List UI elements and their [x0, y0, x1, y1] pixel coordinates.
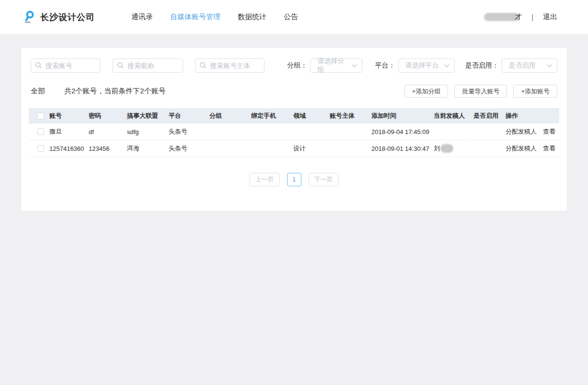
row-checkbox[interactable]	[37, 128, 44, 135]
toolbar-buttons: +添加分组 批量导入账号 +添加账号	[404, 85, 557, 98]
cell-account: 1257416360	[49, 145, 89, 152]
table-row: 撒旦 df sdfg 头条号 2018-09-04 17:45:09 分配发稿人…	[29, 124, 559, 140]
publisher-visible-char: 刘	[434, 144, 440, 153]
cell-account: 撒旦	[49, 127, 89, 136]
add-account-button[interactable]: +添加账号	[513, 85, 557, 98]
group-select[interactable]: 请选择分组	[310, 58, 362, 73]
accounts-table: 账号 密码 搞事大联盟 平台 分组 绑定手机 领域 账号主体 添加时间 当前发稿…	[29, 108, 559, 157]
col-header-enabled: 是否启用	[473, 112, 506, 120]
nav-item-statistics[interactable]: 数据统计	[238, 12, 266, 22]
next-page-button[interactable]: 下一页	[309, 173, 339, 186]
username-visible-char: 才	[515, 12, 522, 22]
company-logo-icon	[23, 10, 35, 24]
cell-name: 洱海	[127, 144, 169, 153]
search-icon	[199, 62, 207, 69]
col-header-password: 密码	[89, 112, 127, 120]
batch-import-button[interactable]: 批量导入账号	[454, 85, 507, 98]
platform-select-value: 请选择平台	[405, 61, 439, 70]
enabled-select[interactable]: 是否启用	[502, 58, 557, 73]
chevron-down-icon	[444, 64, 450, 68]
col-header-added-time: 添加时间	[371, 112, 434, 120]
assign-publisher-link[interactable]: 分配发稿人	[506, 127, 537, 136]
cell-field: 设计	[293, 144, 330, 153]
logout-button[interactable]: 退出	[543, 12, 557, 22]
nav-item-announcement[interactable]: 公告	[284, 12, 298, 22]
col-header-publisher: 当前发稿人	[434, 112, 473, 120]
account-count-summary: 共2个账号，当前条件下2个账号	[64, 87, 166, 96]
search-nickname-box	[113, 58, 183, 73]
username-redacted: 才	[484, 12, 522, 22]
group-filter-label: 分组：	[287, 61, 307, 70]
col-header-group: 分组	[209, 112, 251, 120]
pagination: 上一页 1 下一页	[21, 173, 567, 186]
table-header-row: 账号 密码 搞事大联盟 平台 分组 绑定手机 领域 账号主体 添加时间 当前发稿…	[29, 108, 559, 124]
current-page-button[interactable]: 1	[287, 173, 301, 186]
chevron-down-icon	[352, 64, 357, 68]
top-nav-bar: 长沙设计公司 通讯录 自媒体账号管理 数据统计 公告 才 | 退出	[0, 0, 588, 34]
cell-platform: 头条号	[169, 144, 209, 153]
nav-item-media-accounts[interactable]: 自媒体账号管理	[170, 12, 220, 22]
redaction-blur	[440, 144, 453, 153]
cell-name: sdfg	[127, 128, 169, 136]
view-link[interactable]: 查看	[543, 144, 555, 153]
cell-password: df	[89, 128, 127, 136]
redaction-blur	[484, 13, 519, 21]
tab-all[interactable]: 全部	[31, 87, 45, 96]
filter-row: 分组： 请选择分组 平台： 请选择平台 是否启用： 是否启用	[21, 48, 567, 73]
cell-added-time: 2018-09-01 14:30:47	[371, 145, 434, 152]
topbar-right: 才 | 退出	[484, 12, 557, 22]
col-header-field: 领域	[293, 112, 330, 120]
company-name: 长沙设计公司	[40, 11, 95, 23]
col-header-subject: 账号主体	[330, 112, 371, 120]
add-group-button[interactable]: +添加分组	[404, 85, 449, 98]
main-nav: 通讯录 自媒体账号管理 数据统计 公告	[131, 12, 298, 22]
col-header-actions: 操作	[506, 112, 559, 120]
col-header-platform: 平台	[169, 112, 209, 120]
search-icon	[117, 62, 124, 69]
platform-select[interactable]: 请选择平台	[398, 58, 455, 73]
group-select-value: 请选择分组	[317, 57, 348, 74]
col-header-account: 账号	[49, 112, 89, 120]
cell-added-time: 2018-09-04 17:45:09	[371, 128, 434, 136]
platform-filter-label: 平台：	[375, 61, 395, 70]
enabled-filter-label: 是否启用：	[465, 61, 499, 70]
col-header-phone: 绑定手机	[251, 112, 293, 120]
toolbar-row: 全部 共2个账号，当前条件下2个账号 +添加分组 批量导入账号 +添加账号	[21, 73, 567, 98]
search-account-box	[31, 58, 100, 73]
enabled-select-value: 是否启用	[509, 61, 536, 70]
assign-publisher-link[interactable]: 分配发稿人	[506, 144, 537, 153]
prev-page-button[interactable]: 上一页	[250, 173, 280, 186]
topbar-divider: |	[531, 13, 533, 21]
table-row: 1257416360 123456 洱海 头条号 设计 2018-09-01 1…	[29, 140, 559, 157]
cell-platform: 头条号	[169, 127, 209, 136]
col-header-name: 搞事大联盟	[127, 112, 169, 120]
search-icon	[35, 62, 42, 69]
cell-password: 123456	[89, 145, 127, 152]
nav-item-contacts[interactable]: 通讯录	[131, 12, 153, 22]
view-link[interactable]: 查看	[543, 127, 555, 136]
select-all-checkbox[interactable]	[37, 113, 44, 119]
search-subject-box	[195, 58, 265, 73]
chevron-down-icon	[547, 64, 552, 68]
row-checkbox[interactable]	[37, 145, 44, 152]
account-management-card: 分组： 请选择分组 平台： 请选择平台 是否启用： 是否启用 全部 共2个账号，…	[21, 48, 567, 211]
